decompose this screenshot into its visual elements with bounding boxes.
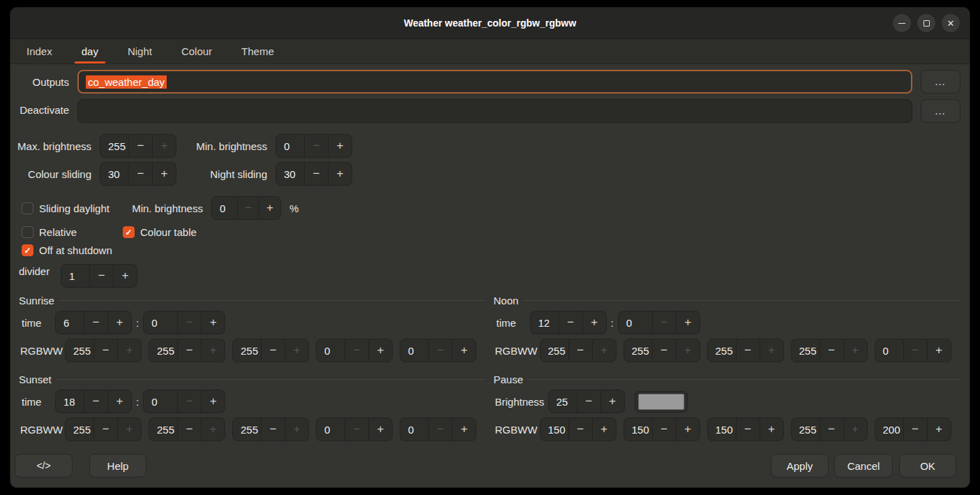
help-button[interactable]: Help [89,454,146,478]
sunrise-rgbww-g-spinner[interactable]: 255 − + [149,339,225,362]
sunrise-rgbww-w2-value[interactable]: 0 [400,339,428,362]
sunrise-minute-decrement[interactable]: − [177,311,201,334]
pause-rgbww-w2-value[interactable]: 200 [875,418,903,441]
tab-colour[interactable]: Colour [167,39,227,64]
sunrise-rgbww-w1-decrement[interactable]: − [345,339,368,362]
sunset-hour-decrement[interactable]: − [84,390,107,413]
max-brightness-value[interactable]: 255 [100,135,128,157]
max-brightness-decrement[interactable]: − [128,135,152,157]
min-brightness-decrement[interactable]: − [304,135,328,157]
sunset-minute-increment[interactable]: + [201,390,225,413]
relative-checkbox[interactable]: Relative [22,226,123,238]
noon-rgbww-r-value[interactable]: 255 [541,339,568,362]
sunset-rgbww-w1-increment[interactable]: + [368,418,392,441]
sunset-rgbww-w1-decrement[interactable]: − [345,418,368,441]
pause-rgbww-b-increment[interactable]: + [760,418,783,441]
pause-rgbww-g-decrement[interactable]: − [652,418,676,441]
sunrise-rgbww-w2-spinner[interactable]: 0 − + [400,339,476,362]
sunset-minute-decrement[interactable]: − [177,390,201,413]
sunrise-hour-decrement[interactable]: − [84,311,107,334]
sunrise-minute-increment[interactable]: + [201,311,225,334]
sunset-rgbww-b-decrement[interactable]: − [261,418,285,441]
noon-rgbww-w2-spinner[interactable]: 0 − + [875,339,951,362]
night-sliding-increment[interactable]: + [328,163,352,185]
noon-rgbww-w2-increment[interactable]: + [927,339,951,362]
min-brightness-pct-decrement[interactable]: − [237,197,259,219]
min-brightness-value[interactable]: 0 [276,135,304,157]
noon-rgbww-w1-increment[interactable]: + [843,339,867,362]
tab-index[interactable]: Index [12,39,67,64]
sunrise-minute-value[interactable]: 0 [144,311,177,334]
sunrise-hour-spinner[interactable]: 6 − + [55,311,132,334]
max-brightness-spinner[interactable]: 255 − + [100,134,176,158]
noon-hour-value[interactable]: 12 [531,311,559,334]
pause-rgbww-w1-increment[interactable]: + [843,418,867,441]
sunrise-hour-value[interactable]: 6 [56,311,84,334]
off-at-shutdown-checkbox[interactable]: ✓ Off at shutdown [22,244,112,256]
noon-rgbww-g-decrement[interactable]: − [652,339,676,362]
noon-minute-decrement[interactable]: − [652,311,676,334]
sunset-rgbww-b-increment[interactable]: + [285,418,308,441]
noon-minute-increment[interactable]: + [676,311,700,334]
maximize-button[interactable] [917,14,935,32]
night-sliding-spinner[interactable]: 30 − + [276,162,352,186]
noon-rgbww-b-spinner[interactable]: 255 − + [707,339,784,362]
sunrise-minute-spinner[interactable]: 0 − + [143,311,225,334]
min-brightness-spinner[interactable]: 0 − + [276,134,352,158]
sunset-rgbww-g-increment[interactable]: + [201,418,225,441]
pause-rgbww-r-spinner[interactable]: 150 − + [540,418,617,441]
sunrise-rgbww-b-spinner[interactable]: 255 − + [232,339,309,362]
colour-sliding-spinner[interactable]: 30 − + [100,162,176,186]
pause-brightness-increment[interactable]: + [601,390,624,413]
noon-rgbww-b-value[interactable]: 255 [708,339,736,362]
divider-spinner[interactable]: 1 − + [61,264,137,288]
sunset-hour-value[interactable]: 18 [56,390,84,413]
sunset-minute-value[interactable]: 0 [144,390,177,413]
pause-rgbww-w2-increment[interactable]: + [927,418,951,441]
code-view-button[interactable]: </> [15,454,73,478]
colour-sliding-value[interactable]: 30 [100,163,128,185]
pause-brightness-spinner[interactable]: 25 − + [548,390,625,413]
divider-decrement[interactable]: − [89,265,113,287]
noon-rgbww-b-increment[interactable]: + [760,339,783,362]
pause-rgbww-w1-value[interactable]: 255 [792,418,820,441]
minimize-button[interactable] [893,14,911,32]
outputs-input[interactable]: co_weather_day [77,70,912,94]
divider-increment[interactable]: + [113,265,137,287]
sunrise-rgbww-g-increment[interactable]: + [201,339,225,362]
sunset-rgbww-r-value[interactable]: 255 [66,418,93,441]
pause-rgbww-g-value[interactable]: 150 [624,418,652,441]
pause-colour-swatch-button[interactable] [635,391,688,413]
apply-button[interactable]: Apply [771,454,829,478]
sunset-rgbww-g-value[interactable]: 255 [149,418,177,441]
sunset-rgbww-w1-spinner[interactable]: 0 − + [316,418,393,441]
noon-minute-value[interactable]: 0 [619,311,652,334]
sunrise-hour-increment[interactable]: + [107,311,131,334]
pause-rgbww-w1-decrement[interactable]: − [820,418,843,441]
noon-rgbww-b-decrement[interactable]: − [736,339,760,362]
colour-sliding-decrement[interactable]: − [128,163,152,185]
deactivate-browse-button[interactable]: … [921,99,960,123]
sunset-rgbww-w2-spinner[interactable]: 0 − + [400,418,476,441]
pause-rgbww-b-spinner[interactable]: 150 − + [707,418,784,441]
sunrise-rgbww-r-spinner[interactable]: 255 − + [65,339,142,362]
sunrise-rgbww-b-increment[interactable]: + [285,339,308,362]
sunrise-rgbww-w2-decrement[interactable]: − [428,339,452,362]
noon-rgbww-w1-value[interactable]: 255 [792,339,820,362]
tab-night[interactable]: Night [113,39,167,64]
noon-rgbww-g-value[interactable]: 255 [624,339,652,362]
sunrise-rgbww-b-value[interactable]: 255 [233,339,261,362]
sunset-rgbww-r-increment[interactable]: + [117,418,141,441]
pause-rgbww-r-value[interactable]: 150 [541,418,568,441]
deactivate-input[interactable] [77,99,912,123]
noon-hour-decrement[interactable]: − [559,311,582,334]
sunset-rgbww-w2-increment[interactable]: + [452,418,476,441]
noon-hour-increment[interactable]: + [582,311,606,334]
outputs-browse-button[interactable]: … [921,70,960,94]
pause-brightness-value[interactable]: 25 [549,390,577,413]
min-brightness-increment[interactable]: + [328,135,352,157]
sliding-daylight-checkbox[interactable]: Sliding daylight [22,202,110,214]
ok-button[interactable]: OK [899,454,956,478]
sunset-rgbww-w2-decrement[interactable]: − [428,418,452,441]
noon-minute-spinner[interactable]: 0 − + [618,311,700,334]
